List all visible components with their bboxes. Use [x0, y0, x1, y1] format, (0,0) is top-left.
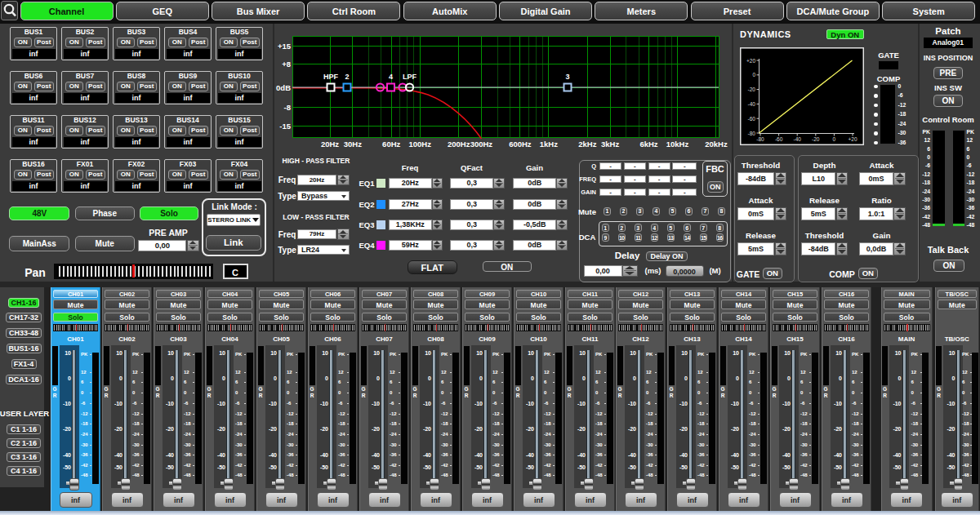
svg-text:20Hz: 20Hz: [321, 140, 339, 149]
svg-text:0: 0: [752, 72, 755, 78]
svg-text:-40: -40: [748, 101, 756, 107]
svg-text:60Hz: 60Hz: [382, 140, 400, 149]
svg-text:6kHz: 6kHz: [639, 140, 657, 149]
svg-text:-40: -40: [793, 136, 801, 142]
svg-text:0dB: 0dB: [276, 83, 291, 92]
svg-text:300Hz: 300Hz: [470, 140, 493, 149]
svg-text:-80: -80: [756, 136, 764, 142]
svg-text:+20: +20: [746, 58, 755, 64]
svg-text:+20: +20: [848, 136, 857, 142]
svg-text:1kHz: 1kHz: [540, 140, 558, 149]
svg-text:-60: -60: [775, 136, 783, 142]
svg-text:2: 2: [345, 73, 349, 81]
svg-text:-60: -60: [748, 116, 756, 122]
svg-text:+8: +8: [282, 60, 291, 69]
svg-text:-15: -15: [279, 122, 291, 131]
svg-text:-20: -20: [812, 136, 820, 142]
svg-text:10kHz: 10kHz: [666, 140, 689, 149]
svg-text:2kHz: 2kHz: [578, 140, 596, 149]
svg-text:LPF: LPF: [403, 73, 417, 81]
svg-text:4: 4: [389, 73, 393, 81]
svg-text:-80: -80: [748, 131, 756, 136]
svg-text:0: 0: [833, 136, 836, 142]
svg-text:3kHz: 3kHz: [601, 140, 619, 149]
svg-text:-8: -8: [284, 103, 291, 112]
svg-text:20kHz: 20kHz: [705, 140, 728, 149]
svg-text:-20: -20: [748, 87, 756, 92]
svg-text:30Hz: 30Hz: [344, 140, 362, 149]
svg-text:HPF: HPF: [323, 73, 339, 81]
svg-text:+15: +15: [278, 42, 292, 51]
svg-text:3: 3: [565, 73, 569, 81]
svg-text:100Hz: 100Hz: [408, 140, 431, 149]
svg-text:600Hz: 600Hz: [509, 140, 532, 149]
svg-text:200Hz: 200Hz: [448, 140, 470, 149]
